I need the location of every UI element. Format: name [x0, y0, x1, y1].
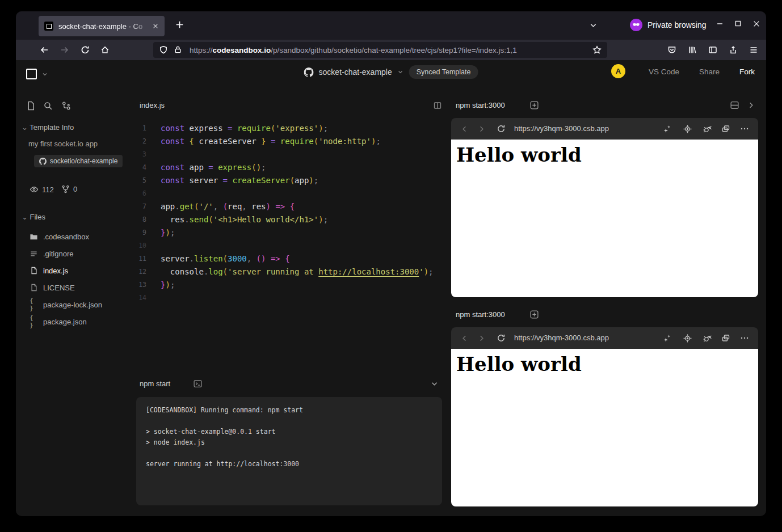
tab-title: socket-chat-example - Co: [58, 22, 150, 31]
preview-tab-label[interactable]: npm start:3000: [456, 101, 505, 109]
back-icon[interactable]: [459, 124, 469, 134]
fork-button[interactable]: Fork: [739, 67, 755, 76]
list-tabs-chevron-icon[interactable]: [589, 21, 598, 29]
more-options-icon[interactable]: [739, 333, 750, 343]
bookmark-star-icon[interactable]: [592, 45, 602, 54]
preview-page[interactable]: Hello world: [451, 349, 758, 506]
ai-sparkles-icon[interactable]: [662, 333, 672, 343]
devtools-nodes-icon[interactable]: [61, 101, 71, 111]
split-panel-icon[interactable]: [730, 100, 739, 110]
forward-icon[interactable]: [476, 333, 486, 343]
tab-close-icon[interactable]: [152, 23, 159, 29]
reload-icon[interactable]: [496, 124, 506, 134]
line-number: 6: [136, 189, 146, 197]
more-options-icon[interactable]: [739, 124, 750, 134]
url-path: /p/sandbox/github/socketio/chat-example/…: [271, 46, 516, 54]
braces-icon: { }: [30, 301, 38, 309]
repo-name: socketio/chat-example: [50, 157, 117, 165]
line-number: 12: [136, 268, 146, 276]
braces-icon: { }: [30, 318, 38, 326]
responsive-target-icon[interactable]: [682, 333, 692, 343]
file-row-codesandbox[interactable]: .codesandbox: [16, 228, 136, 245]
terminal-line: [146, 416, 442, 427]
file-explorer-icon[interactable]: [26, 101, 36, 111]
code-text: console.log('server running at http://lo…: [161, 267, 434, 276]
files-section-header[interactable]: ⌄ Files: [22, 213, 45, 221]
terminal-output[interactable]: [CODESANDBOX] Running command: npm start…: [136, 397, 442, 505]
file-row-package-lock[interactable]: { } package-lock.json: [16, 296, 136, 313]
terminal-icon: [193, 379, 203, 389]
file-row-gitignore[interactable]: .gitignore: [16, 245, 136, 262]
terminal-line: > node index.js: [146, 437, 442, 448]
preview-url[interactable]: https://vy3hqm-3000.csb.app: [514, 333, 609, 342]
codesandbox-logo-icon: [26, 69, 37, 79]
share-icon[interactable]: [729, 45, 738, 54]
code-line: 12 console.log('server running at http:/…: [136, 265, 434, 278]
minimize-icon[interactable]: [715, 19, 725, 28]
back-icon[interactable]: [459, 333, 469, 343]
terminal-tab-label[interactable]: npm start: [140, 379, 170, 388]
terminal-line: [CODESANDBOX] Running command: npm start: [146, 405, 442, 416]
code-area[interactable]: 1const express = require('express');2con…: [136, 121, 434, 304]
back-icon[interactable]: [40, 45, 49, 54]
file-row-license[interactable]: LICENSE: [16, 279, 136, 296]
home-icon[interactable]: [100, 45, 110, 54]
code-line: 13});: [136, 278, 434, 291]
vscode-button[interactable]: VS Code: [649, 67, 679, 76]
private-mask-icon: [630, 19, 642, 31]
share-button[interactable]: Share: [699, 67, 720, 76]
search-icon[interactable]: [43, 101, 53, 111]
reload-icon[interactable]: [496, 333, 506, 343]
ai-sparkles-icon[interactable]: [662, 124, 672, 134]
line-number: 5: [136, 176, 146, 184]
url-bar[interactable]: https://codesandbox.io/p/sandbox/github/…: [153, 42, 607, 58]
pocket-icon[interactable]: [667, 45, 676, 54]
line-number: 2: [136, 137, 146, 145]
terminal-header[interactable]: npm start: [136, 377, 442, 392]
folder-icon: [30, 233, 38, 241]
preview-url[interactable]: https://vy3hqm-3000.csb.app: [514, 124, 609, 133]
new-tab-button[interactable]: [175, 20, 184, 29]
chevron-right-icon[interactable]: [746, 100, 756, 110]
duplicate-window-icon[interactable]: [721, 124, 731, 134]
reload-icon[interactable]: [81, 45, 90, 54]
preview-tab-label[interactable]: npm start:3000: [456, 310, 505, 319]
forward-icon[interactable]: [60, 45, 69, 54]
browser-tab[interactable]: socket-chat-example - Co: [39, 16, 165, 36]
collapse-terminal-chevron-icon[interactable]: [430, 379, 439, 388]
repo-badge[interactable]: socketio/chat-example: [34, 155, 123, 167]
sidebars-icon[interactable]: [708, 45, 717, 54]
code-text: server.listen(3000, () => {: [161, 254, 290, 263]
library-icon[interactable]: [688, 45, 697, 54]
code-line: 7app.get('/', (req, res) => {: [136, 200, 434, 213]
editor-tab-indexjs[interactable]: index.js: [140, 101, 165, 109]
file-name: .codesandbox: [43, 233, 89, 241]
file-name: .gitignore: [43, 250, 73, 258]
code-text: const { createServer } = require('node:h…: [161, 137, 381, 146]
code-text: const app = express();: [161, 163, 266, 172]
file-name: LICENSE: [43, 284, 75, 292]
line-number: 8: [136, 216, 146, 223]
responsive-target-icon[interactable]: [682, 124, 692, 134]
file-row-package[interactable]: { } package.json: [16, 313, 136, 330]
avatar[interactable]: A: [611, 64, 625, 78]
template-info-section-header[interactable]: ⌄ Template Info: [22, 123, 74, 132]
inspect-debug-icon[interactable]: [702, 124, 712, 134]
lock-icon[interactable]: [174, 45, 183, 54]
project-title-group[interactable]: socket-chat-example Synced Template: [304, 65, 478, 79]
code-line: 10: [136, 239, 434, 252]
add-task-icon[interactable]: [529, 100, 539, 110]
close-icon[interactable]: [751, 19, 761, 28]
maximize-icon[interactable]: [733, 19, 743, 28]
duplicate-window-icon[interactable]: [721, 333, 731, 343]
forward-icon[interactable]: [476, 124, 486, 134]
file-row-indexjs[interactable]: index.js: [16, 262, 136, 279]
tracking-shield-icon[interactable]: [159, 45, 168, 54]
menu-icon[interactable]: [749, 45, 758, 54]
add-task-icon[interactable]: [529, 310, 539, 319]
split-editor-icon[interactable]: [433, 101, 442, 110]
workspace-menu[interactable]: [26, 69, 48, 79]
preview-page[interactable]: Hello world: [451, 140, 758, 297]
private-browsing-indicator: Private browsing: [630, 19, 707, 31]
inspect-debug-icon[interactable]: [702, 333, 712, 343]
